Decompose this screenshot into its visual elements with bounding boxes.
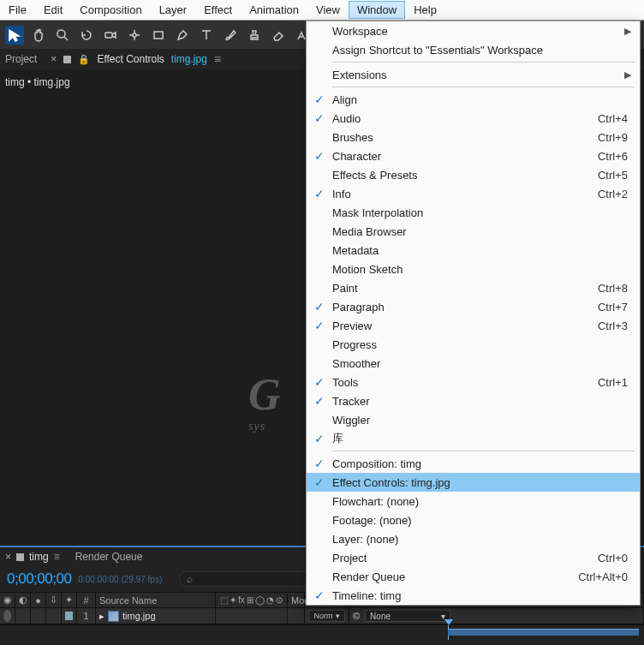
layer-duration-bar[interactable] xyxy=(448,629,639,636)
switch-icon[interactable]: fx xyxy=(238,595,245,605)
col-mode[interactable]: Mode xyxy=(288,593,305,607)
parent-dropdown[interactable]: None▾ xyxy=(365,610,450,622)
close-icon[interactable]: × xyxy=(51,53,57,65)
tool-brush[interactable] xyxy=(221,26,240,45)
row-speaker-toggle[interactable] xyxy=(15,608,31,624)
menu-item[interactable]: Smoother xyxy=(307,354,640,373)
pickwhip-icon[interactable]: © xyxy=(353,611,360,621)
timeline-track[interactable] xyxy=(0,624,644,639)
menu-layer[interactable]: Layer xyxy=(151,1,196,19)
switch-icon[interactable]: ◯ xyxy=(255,595,265,605)
menu-item[interactable]: Extensions▶ xyxy=(307,65,640,84)
tool-text[interactable] xyxy=(197,26,216,45)
row-source-name[interactable]: ▸ timg.jpg xyxy=(96,608,216,624)
menu-item[interactable]: ✓库 xyxy=(307,429,640,448)
menu-item[interactable]: Flowchart: (none) xyxy=(307,492,640,511)
timeline-tab-timg[interactable]: × timg ≡ xyxy=(5,551,60,563)
menu-item[interactable]: ✓PreviewCtrl+3 xyxy=(307,316,640,335)
menu-item[interactable]: ✓Align xyxy=(307,90,640,109)
col-speaker-icon[interactable]: ◐ xyxy=(15,593,31,607)
tool-stamp[interactable] xyxy=(245,26,264,45)
menu-edit[interactable]: Edit xyxy=(35,1,71,19)
menu-item[interactable]: Progress xyxy=(307,335,640,354)
tool-anchor[interactable] xyxy=(125,26,144,45)
menu-item[interactable]: ✓Timeline: timg xyxy=(307,586,640,605)
col-switch-icons: ⬚ ✦ fx ⊞ ◯ ◔ ⊙ xyxy=(216,593,288,607)
row-layer-name: timg.jpg xyxy=(122,611,156,621)
menu-item[interactable]: Media Browser xyxy=(307,222,640,241)
panel-menu-icon[interactable]: ≡ xyxy=(54,551,60,563)
switch-icon[interactable]: ◔ xyxy=(266,595,274,605)
menu-item-label: Metadata xyxy=(332,244,640,257)
row-solo-toggle[interactable] xyxy=(31,608,46,624)
row-trkmat-dropdown[interactable]: Norm▾ xyxy=(305,608,349,624)
table-row[interactable]: 1 ▸ timg.jpg Norm▾ © None▾ xyxy=(0,608,644,624)
timeline-tab-render-queue[interactable]: Render Queue xyxy=(75,551,143,563)
menu-view[interactable]: View xyxy=(307,1,349,19)
menu-item[interactable]: Metadata xyxy=(307,241,640,260)
menu-item[interactable]: Effects & PresetsCtrl+5 xyxy=(307,165,640,184)
menu-item[interactable]: PaintCtrl+8 xyxy=(307,278,640,297)
switch-icon[interactable]: ⊞ xyxy=(247,595,253,605)
label-color-chip xyxy=(65,612,73,620)
menu-item-label: Mask Interpolation xyxy=(332,206,640,219)
tool-selection[interactable] xyxy=(5,26,24,45)
menu-effect[interactable]: Effect xyxy=(195,1,241,19)
menu-window[interactable]: Window xyxy=(349,1,405,19)
row-eye-toggle[interactable] xyxy=(0,608,15,624)
tab-project[interactable]: Project xyxy=(5,53,37,65)
menu-item[interactable]: Layer: (none) xyxy=(307,529,640,548)
menu-item[interactable]: ✓ParagraphCtrl+7 xyxy=(307,297,640,316)
menu-item[interactable]: Render QueueCtrl+Alt+0 xyxy=(307,567,640,586)
menu-item[interactable]: BrushesCtrl+9 xyxy=(307,128,640,146)
col-eye-icon[interactable]: ◉ xyxy=(0,593,15,607)
switch-icon[interactable]: ⊙ xyxy=(276,595,283,605)
row-switches[interactable] xyxy=(216,608,288,624)
tool-zoom[interactable] xyxy=(53,26,72,45)
col-source-name[interactable]: Source Name xyxy=(96,593,216,607)
menu-item[interactable]: ✓CharacterCtrl+6 xyxy=(307,146,640,165)
triangle-icon[interactable]: ▸ xyxy=(99,611,104,622)
menu-item[interactable]: ✓AudioCtrl+4 xyxy=(307,109,640,128)
menu-item[interactable]: ✓ToolsCtrl+1 xyxy=(307,373,640,391)
menu-composition[interactable]: Composition xyxy=(71,1,150,19)
menu-item-label: Align xyxy=(332,93,640,106)
tool-pen[interactable] xyxy=(173,26,192,45)
col-lock-icon[interactable]: ⇩ xyxy=(46,593,62,607)
row-lock-toggle[interactable] xyxy=(46,608,62,624)
menu-item[interactable]: Assign Shortcut to "Essentials" Workspac… xyxy=(307,40,640,59)
row-parent[interactable]: © None▾ xyxy=(349,608,644,624)
menu-item-label: Character xyxy=(332,150,640,163)
menu-item[interactable]: ✓InfoCtrl+2 xyxy=(307,184,640,203)
menu-item[interactable]: ✓Composition: timg xyxy=(307,454,640,473)
lock-icon[interactable]: 🔒 xyxy=(78,54,90,65)
tab-effect-controls[interactable]: × 🔒 Effect Controls timg.jpg ≡ xyxy=(51,52,221,66)
menu-animation[interactable]: Animation xyxy=(241,1,307,19)
tool-hand[interactable] xyxy=(29,26,48,45)
timecode-display[interactable]: 0;00;00;00 xyxy=(0,570,71,588)
tool-camera[interactable] xyxy=(101,26,120,45)
menu-item[interactable]: ProjectCtrl+0 xyxy=(307,548,640,567)
timeline-tab-label: timg xyxy=(29,551,49,563)
menu-item[interactable]: Workspace▶ xyxy=(307,21,640,40)
menu-item[interactable]: Footage: (none) xyxy=(307,511,640,529)
col-solo-icon[interactable]: ● xyxy=(31,593,46,607)
menu-item[interactable]: Mask Interpolation xyxy=(307,203,640,222)
menu-item[interactable]: ✓Tracker xyxy=(307,391,640,410)
menu-file[interactable]: File xyxy=(0,1,35,19)
menu-item[interactable]: Motion Sketch xyxy=(307,260,640,278)
menu-item[interactable]: Wiggler xyxy=(307,410,640,429)
close-icon[interactable]: × xyxy=(5,551,11,563)
switch-icon[interactable]: ✦ xyxy=(230,595,236,605)
col-label-icon[interactable]: ✦ xyxy=(62,593,77,607)
row-mode-dropdown[interactable] xyxy=(288,608,305,624)
menu-item-label: Footage: (none) xyxy=(332,514,640,527)
switch-icon[interactable]: ⬚ xyxy=(220,595,228,605)
tool-eraser[interactable] xyxy=(269,26,288,45)
tool-rotate[interactable] xyxy=(77,26,96,45)
menu-help[interactable]: Help xyxy=(405,1,445,19)
tool-rect[interactable] xyxy=(149,26,168,45)
row-label-color[interactable] xyxy=(62,608,77,624)
menu-item[interactable]: ✓Effect Controls: timg.jpg xyxy=(307,473,640,492)
panel-menu-icon[interactable]: ≡ xyxy=(214,52,221,66)
